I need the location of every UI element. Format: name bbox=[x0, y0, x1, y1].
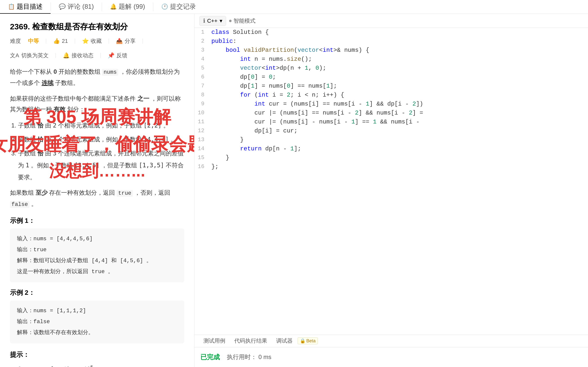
like-icon: 👍 bbox=[53, 38, 60, 44]
tab-comments[interactable]: 💬 评论 (81) bbox=[51, 0, 102, 14]
tab-debugger[interactable]: 调试器 bbox=[272, 336, 297, 346]
status-time: 执行用时： 0 ms bbox=[227, 353, 271, 361]
line-content-8: for (int i = 2; i < n; i++) { bbox=[209, 91, 588, 100]
code-line-8: 8 for (int i = 2; i < n; i++) { bbox=[194, 91, 588, 100]
line-content-11: cur |= (nums[i] - nums[i - 1] == 1 && nu… bbox=[209, 118, 588, 126]
line-content-12: dp[i] = cur; bbox=[209, 126, 588, 135]
feedback-button[interactable]: 📌 反馈 bbox=[108, 52, 127, 59]
line-content-14: return dp[n - 1]; bbox=[209, 144, 588, 153]
line-content-13: } bbox=[209, 135, 588, 144]
share-label: 分享 bbox=[125, 37, 136, 45]
like-button[interactable]: 👍 21 bbox=[53, 38, 68, 44]
chevron-down-icon: ▾ bbox=[220, 18, 222, 24]
problem-desc-1: 给你一个下标从 0 开始的整数数组 nums ，你必须将数组划分为一个或多个 连… bbox=[10, 66, 184, 88]
code-line-11: 11 cur |= (nums[i] - nums[i - 1] == 1 &&… bbox=[194, 118, 588, 126]
info-icon: ℹ bbox=[203, 18, 205, 24]
meta-divider-3 bbox=[109, 39, 109, 44]
code-line-10: 10 cur |= (nums[i] == nums[i - 2] && num… bbox=[194, 109, 588, 118]
top-tabs-bar: 📋 题目描述 💬 评论 (81) 🔔 题解 (99) 🕐 提交记录 bbox=[0, 0, 588, 14]
translate-label: 切换为英文 bbox=[21, 52, 49, 59]
example2-output: 输出：false bbox=[17, 316, 177, 327]
line-content-4: int n = nums.size(); bbox=[209, 55, 588, 64]
tab-solutions[interactable]: 🔔 题解 (99) bbox=[102, 0, 153, 14]
tab-description[interactable]: 📋 题目描述 bbox=[0, 0, 51, 14]
example2-input: 输入：nums = [1,1,1,2] bbox=[17, 306, 177, 316]
tab-solutions-label: 题解 (99) bbox=[119, 2, 145, 11]
tab-submissions-label: 提交记录 bbox=[170, 2, 196, 11]
status-time-label: 执行用时： bbox=[227, 354, 257, 360]
line-num-14: 14 bbox=[194, 144, 209, 153]
status-time-value: 0 ms bbox=[258, 354, 271, 360]
line-num-7: 7 bbox=[194, 82, 209, 91]
code-line-2: 2 public: bbox=[194, 37, 588, 46]
example1-explanation1: 解释：数组可以划分成子数组 [4,4] 和 [4,5,6] 。 bbox=[17, 255, 177, 266]
share-button[interactable]: 📤 分享 bbox=[116, 37, 136, 45]
code-line-3: 3 bool validPartition(vector<int>& nums)… bbox=[194, 46, 588, 55]
collect-label: 收藏 bbox=[91, 37, 102, 45]
line-content-5: vector<int>dp(n + 1, 0); bbox=[209, 64, 588, 73]
lock-icon: 🔒 bbox=[300, 338, 305, 344]
line-content-15: } bbox=[209, 153, 588, 162]
example1-explanation2: 这是一种有效划分，所以返回 true 。 bbox=[17, 266, 177, 277]
language-selector[interactable]: ℹ C++ ▾ bbox=[199, 16, 226, 26]
code-editor[interactable]: 1 class Solution { 2 public: 3 bool vali… bbox=[194, 28, 588, 335]
line-num-10: 10 bbox=[194, 109, 209, 118]
collect-button[interactable]: ⭐ 收藏 bbox=[82, 37, 102, 45]
example1-output: 输出：true bbox=[17, 245, 177, 255]
line-content-9: int cur = (nums[i] == nums[i - 1] && dp[… bbox=[209, 100, 588, 109]
translate-button[interactable]: 文A 切换为英文 bbox=[10, 52, 49, 59]
meta-divider-6 bbox=[100, 53, 101, 58]
smart-mode-label: 智能模式 bbox=[234, 17, 255, 25]
tab-code-result[interactable]: 代码执行结果 bbox=[230, 336, 271, 346]
comments-icon: 💬 bbox=[59, 3, 66, 10]
code-line-5: 5 vector<int>dp(n + 1, 0); bbox=[194, 64, 588, 73]
problem-desc-3: 如果数组 至少 存在一种有效划分，返回 true ，否则，返回 false 。 bbox=[10, 187, 184, 209]
line-num-13: 13 bbox=[194, 135, 209, 144]
line-num-5: 5 bbox=[194, 64, 209, 73]
tab-test-cases[interactable]: 测试用例 bbox=[199, 336, 229, 346]
condition-3: 子数组 恰 由 3 个连续递增元素组成，并且相邻元素之间的差值为 1 。例如，子… bbox=[18, 147, 184, 183]
hints-list: 2 <= nums.length <= 105 1 <= nums[i] <= … bbox=[18, 363, 184, 367]
problem-title: 2369. 检查数组是否存在有效划分 bbox=[10, 21, 184, 32]
line-content-16: }; bbox=[209, 162, 588, 171]
example1-input: 输入：nums = [4,4,4,5,6] bbox=[17, 234, 177, 245]
bell-button[interactable]: 🔔 接收动态 bbox=[63, 52, 93, 59]
status-done: 已完成 bbox=[200, 353, 220, 362]
condition-2: 子数组 恰 由 3 个相等元素组成，例如，子数组 [4,4,4] 。 bbox=[18, 133, 184, 145]
bottom-panel: 测试用例 代码执行结果 调试器 🔒 Beta 已完成 执行用时： 0 ms bbox=[194, 335, 588, 367]
example1-title: 示例 1： bbox=[10, 216, 184, 225]
code-line-14: 14 return dp[n - 1]; bbox=[194, 144, 588, 153]
code-line-6: 6 dp[0] = 0; bbox=[194, 73, 588, 82]
code-line-1: 1 class Solution { bbox=[194, 28, 588, 37]
bell-label: 接收动态 bbox=[72, 52, 93, 59]
feedback-icon: 📌 bbox=[108, 52, 114, 59]
line-num-16: 16 bbox=[194, 162, 209, 171]
hints-title: 提示： bbox=[10, 350, 184, 359]
code-line-13: 13 } bbox=[194, 135, 588, 144]
description-icon: 📋 bbox=[8, 3, 15, 10]
main-layout: 2369. 检查数组是否存在有效划分 难度 中等 👍 21 ⭐ 收藏 📤 bbox=[0, 14, 588, 367]
smart-mode: 智能模式 bbox=[229, 17, 255, 25]
lang-label: C++ bbox=[207, 18, 218, 24]
line-content-2: public: bbox=[209, 37, 588, 46]
tab-submissions[interactable]: 🕐 提交记录 bbox=[153, 0, 204, 14]
line-num-8: 8 bbox=[194, 91, 209, 100]
submissions-icon: 🕐 bbox=[161, 3, 168, 10]
code-line-16: 16 }; bbox=[194, 162, 588, 171]
code-line-7: 7 dp[1] = nums[0] == nums[1]; bbox=[194, 82, 588, 91]
beta-label: Beta bbox=[306, 338, 316, 344]
line-num-9: 9 bbox=[194, 100, 209, 109]
line-num-11: 11 bbox=[194, 118, 209, 126]
tab-description-label: 题目描述 bbox=[17, 2, 43, 11]
line-num-3: 3 bbox=[194, 46, 209, 55]
line-content-10: cur |= (nums[i] == nums[i - 2] && nums[i… bbox=[209, 109, 588, 118]
hint-1: 2 <= nums.length <= 105 bbox=[18, 363, 184, 367]
share-icon: 📤 bbox=[116, 38, 123, 44]
line-content-7: dp[1] = nums[0] == nums[1]; bbox=[209, 82, 588, 91]
editor-header: ℹ C++ ▾ 智能模式 bbox=[194, 14, 588, 28]
bottom-tabs-bar: 测试用例 代码执行结果 调试器 🔒 Beta bbox=[194, 335, 588, 347]
example2-title: 示例 2： bbox=[10, 288, 184, 297]
code-line-4: 4 int n = nums.size(); bbox=[194, 55, 588, 64]
bottom-status: 已完成 执行用时： 0 ms bbox=[194, 347, 588, 367]
conditions-list: 子数组 恰 由 2 个相等元素组成，例如，子数组 [2,2] 。 子数组 恰 由… bbox=[18, 120, 184, 183]
